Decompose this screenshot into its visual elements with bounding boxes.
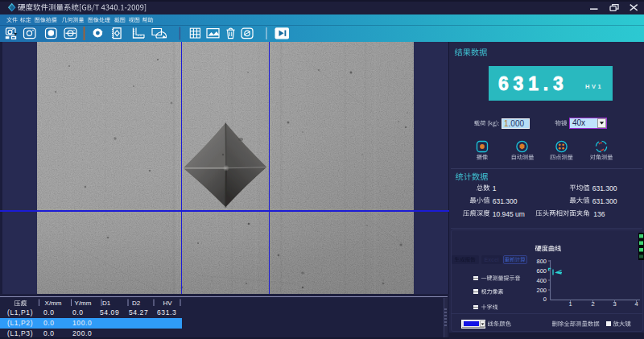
svg-text:0: 0 (543, 296, 547, 303)
svg-text:0.0: 0.0 (43, 329, 55, 337)
svg-text:4: 4 (635, 300, 638, 308)
svg-text:0.0: 0.0 (72, 308, 84, 316)
svg-text:631.3: 631.3 (157, 308, 176, 316)
svg-text:Y/mm: Y/mm (75, 300, 92, 307)
svg-text:(L1,P1): (L1,P1) (7, 308, 33, 316)
svg-text:1: 1 (568, 300, 572, 308)
svg-text:100.0: 100.0 (72, 319, 92, 327)
svg-text:800: 800 (536, 258, 547, 265)
svg-text:(L1,P2): (L1,P2) (7, 319, 33, 327)
svg-text:0.0: 0.0 (43, 308, 55, 316)
svg-text:54.09: 54.09 (100, 308, 119, 316)
svg-text:3: 3 (613, 300, 616, 308)
svg-text:200: 200 (536, 287, 547, 294)
svg-text:HV: HV (163, 300, 172, 307)
svg-text:D2: D2 (132, 300, 141, 307)
svg-text:0.0: 0.0 (43, 319, 55, 327)
svg-text:400: 400 (536, 277, 547, 284)
svg-text:54.27: 54.27 (129, 308, 148, 316)
svg-text:600: 600 (536, 267, 547, 275)
svg-text:D1: D1 (102, 300, 111, 307)
svg-text:200.0: 200.0 (72, 329, 92, 337)
svg-text:2: 2 (591, 300, 594, 308)
svg-text:X/mm: X/mm (45, 300, 62, 307)
svg-text:(L1,P3): (L1,P3) (7, 329, 33, 337)
